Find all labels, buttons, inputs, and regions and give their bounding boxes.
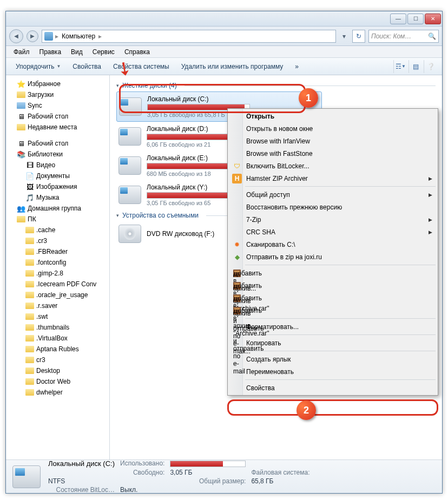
hdd-icon — [118, 127, 141, 146]
refresh-button[interactable]: ↻ — [352, 30, 365, 43]
crumb-sep-icon: ▸ — [55, 32, 58, 40]
breadcrumb-computer[interactable]: Компьютер — [61, 32, 96, 40]
computer-icon — [44, 32, 53, 41]
context-menu-item[interactable]: Добавить в архив и отправить по e-mail..… — [229, 292, 437, 304]
context-menu-item[interactable]: ◆Отправить в zip на joxi.ru — [229, 251, 437, 263]
hamster-icon: H — [232, 174, 242, 183]
tree-recent[interactable]: Недавние места — [7, 122, 108, 133]
collapse-icon: ▾ — [116, 83, 119, 88]
tree-desktop-fav[interactable]: 🖥Рабочий стол — [7, 111, 108, 122]
context-menu-item[interactable]: Общий доступ▶ — [229, 188, 437, 201]
collapse-icon: ▾ — [116, 213, 119, 218]
navigation-tree[interactable]: ⭐Избранное Загрузки Sync 🖥Рабочий стол Н… — [6, 75, 110, 459]
tree-videos[interactable]: 🎞Видео — [7, 160, 108, 170]
hdd-icon — [118, 186, 141, 204]
submenu-arrow-icon: ▶ — [429, 229, 432, 235]
tree-documents[interactable]: 📄Документы — [7, 170, 108, 181]
tree-folder[interactable]: dwhelper — [7, 387, 108, 398]
submenu-arrow-icon: ▶ — [429, 176, 432, 181]
system-properties-button[interactable]: Свойства системы — [108, 61, 175, 73]
tree-pc[interactable]: ПК — [7, 214, 108, 225]
minimize-button[interactable]: — — [390, 14, 406, 24]
context-menu-item[interactable]: CRC SHA▶ — [229, 226, 437, 238]
winrar-icon: Добавить в архив... — [232, 268, 242, 278]
tree-folder[interactable]: .FBReader — [7, 246, 108, 257]
tree-folder[interactable]: Doctor Web — [7, 376, 108, 387]
address-dropdown-icon[interactable]: ▾ — [339, 32, 349, 40]
details-fs-value: NTFS — [48, 477, 115, 485]
tree-folder[interactable]: .swt — [7, 311, 108, 322]
address-bar[interactable]: ▸ Компьютер ▸ — [42, 30, 336, 43]
search-input[interactable]: Поиск: Ком… 🔍 — [368, 30, 439, 43]
context-menu-item[interactable]: Создать ярлык — [229, 353, 437, 365]
details-title: Локальный диск (C:) — [48, 459, 115, 468]
context-menu-item[interactable]: Переименовать — [229, 365, 437, 378]
context-menu-item[interactable]: Восстановить прежнюю версию — [229, 201, 437, 213]
menu-view[interactable]: Вид — [67, 47, 87, 57]
maximize-button[interactable]: ☐ — [407, 14, 424, 24]
tree-sync[interactable]: Sync — [7, 100, 108, 111]
context-menu-item[interactable]: ✹Сканировать C:\ — [229, 238, 437, 251]
address-row: ◄ ► ▸ Компьютер ▸ ▾ ↻ Поиск: Ком… 🔍 — [6, 27, 442, 46]
tree-pictures[interactable]: 🖼Изображения — [7, 181, 108, 192]
tree-folder[interactable]: .r.saver — [7, 300, 108, 311]
toolbar-more-button[interactable]: » — [289, 61, 304, 73]
tree-libraries[interactable]: 📚Библиотеки — [7, 149, 108, 160]
menu-edit[interactable]: Правка — [35, 47, 66, 57]
context-menu-item[interactable]: Форматировать... — [229, 320, 437, 333]
context-menu-item[interactable]: Открыть — [229, 110, 437, 122]
context-menu-item[interactable]: Добавить в архив... — [229, 267, 437, 279]
details-pane: Локальный диск (C:) Использовано: Свобод… — [6, 459, 442, 493]
tree-homegroup[interactable]: 👥Домашняя группа — [7, 203, 108, 214]
tree-music[interactable]: 🎵Музыка — [7, 192, 108, 203]
details-fs-label: Файловая система: — [251, 469, 309, 476]
preview-pane-button[interactable]: ▤ — [409, 60, 423, 73]
context-menu-item[interactable]: Открыть в новом окне — [229, 122, 437, 135]
tree-folder[interactable]: .gimp-2.8 — [7, 268, 108, 279]
organize-button[interactable]: Упорядочить▼ — [10, 61, 66, 73]
properties-button[interactable]: Свойства — [67, 61, 107, 73]
tree-desktop[interactable]: 🖥Рабочий стол — [7, 138, 108, 149]
context-menu-item[interactable]: 7-Zip▶ — [229, 213, 437, 226]
context-menu-item[interactable]: Добавить в архив "Archive.rar" — [229, 279, 437, 292]
tree-folder[interactable]: .thumbnails — [7, 322, 108, 333]
forward-button[interactable]: ► — [27, 30, 38, 42]
tree-folder[interactable]: .VirtualBox — [7, 333, 108, 344]
tree-folder[interactable]: .cr3 — [7, 235, 108, 246]
context-menu-item[interactable]: Добавить в архив "Archive.rar" и отправи… — [229, 304, 437, 317]
drive-icon — [12, 465, 41, 488]
context-menu-item[interactable]: Свойства — [229, 382, 437, 394]
details-total-value: 65,8 ГБ — [251, 477, 309, 485]
menu-tools[interactable]: Сервис — [88, 47, 119, 57]
help-button[interactable]: ❔ — [424, 60, 438, 73]
tree-folder[interactable]: .Icecream PDF Conv — [7, 279, 108, 290]
document-icon: 📄 — [25, 172, 34, 180]
tree-folder[interactable]: .cache — [7, 225, 108, 235]
hdd-icon — [119, 97, 142, 116]
toolbar: Упорядочить▼ Свойства Свойства системы У… — [6, 58, 442, 75]
tree-folder[interactable]: cr3 — [7, 354, 108, 365]
context-menu-item[interactable]: Browse with IrfanView — [229, 135, 437, 147]
details-used-label: Использовано: — [120, 459, 164, 468]
tree-favorites[interactable]: ⭐Избранное — [7, 78, 108, 89]
back-button[interactable]: ◄ — [9, 29, 23, 43]
menu-help[interactable]: Справка — [120, 47, 154, 57]
tree-folder[interactable]: .fontconfig — [7, 257, 108, 268]
tree-downloads[interactable]: Загрузки — [7, 89, 108, 100]
context-menu-item[interactable]: Browse with FastStone — [229, 147, 437, 160]
details-total-label: Общий размер: — [170, 477, 246, 485]
close-button[interactable]: ✕ — [425, 14, 441, 24]
uninstall-button[interactable]: Удалить или изменить программу — [176, 61, 289, 73]
menu-file[interactable]: Файл — [9, 47, 34, 57]
group-hard-drives[interactable]: ▾Жесткие диски (4) — [116, 80, 436, 91]
music-icon: 🎵 — [25, 193, 34, 202]
tree-folder[interactable]: .oracle_jre_usage — [7, 290, 108, 300]
details-bitlocker-label: Состояние BitLoc… — [48, 486, 115, 494]
tree-folder[interactable]: Aptana Rubles — [7, 344, 108, 354]
context-menu-item[interactable]: Копировать — [229, 337, 437, 349]
context-menu-item[interactable]: 🛡Включить BitLocker... — [229, 160, 437, 172]
tree-folder[interactable]: Desktop — [7, 365, 108, 376]
library-icon: 📚 — [17, 150, 25, 159]
view-mode-button[interactable]: ☶▼ — [393, 60, 407, 73]
context-menu-item[interactable]: HHamster ZIP Archiver▶ — [229, 172, 437, 185]
